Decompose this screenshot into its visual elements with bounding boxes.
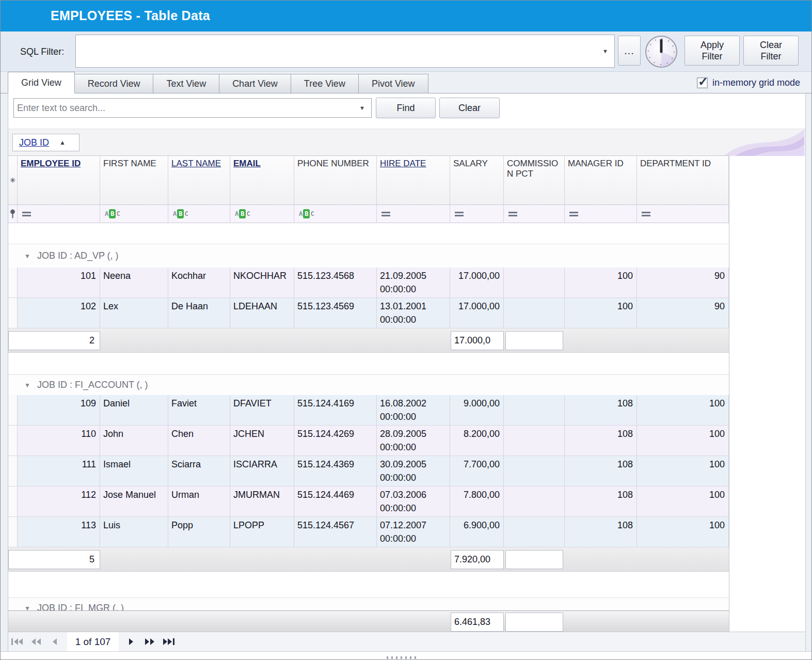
grid-cell[interactable]: 17.000,00 <box>450 268 504 297</box>
grid-cell[interactable]: 21.09.2005 00:00:00 <box>377 268 450 297</box>
grid-cell[interactable]: 100 <box>565 268 637 297</box>
filter-browse-button[interactable]: ... <box>618 36 641 66</box>
grid-cell[interactable]: 13.01.2001 00:00:00 <box>377 298 450 328</box>
tab-pivot-view[interactable]: Pivot View <box>358 74 428 93</box>
column-header-email[interactable]: EMAIL <box>230 156 294 205</box>
collapse-triangle-icon[interactable]: ▼ <box>24 605 30 611</box>
column-header-last-name[interactable]: LAST NAME <box>168 156 230 205</box>
group-row[interactable]: ▼JOB ID : FI_MGR (, ) <box>8 598 729 610</box>
filter-cell-last-name[interactable]: ABC <box>168 205 230 223</box>
grid-cell[interactable]: JCHEN <box>230 426 294 455</box>
grid-cell[interactable]: 30.09.2005 00:00:00 <box>377 456 450 486</box>
grid-cell[interactable]: DFAVIET <box>230 395 294 425</box>
grid-cell[interactable]: 9.000,00 <box>450 395 504 425</box>
grid-cell[interactable]: 111 <box>18 456 100 486</box>
filter-cell-department-id[interactable] <box>637 205 729 223</box>
filter-cell-phone-number[interactable]: ABC <box>294 205 377 223</box>
grid-cell[interactable]: Lex <box>100 298 168 328</box>
table-row[interactable]: 113LuisPoppLPOPP515.124.456707.12.2007 0… <box>8 517 729 547</box>
group-by-job-id-chip[interactable]: JOB ID ▲ <box>12 134 79 151</box>
grid-cell[interactable]: 16.08.2002 00:00:00 <box>377 395 450 425</box>
grid-cell[interactable]: 7.800,00 <box>450 486 504 516</box>
grid-cell[interactable]: Sciarra <box>168 456 230 486</box>
grid-cell[interactable] <box>504 426 565 455</box>
column-header-salary[interactable]: SALARY <box>450 156 504 205</box>
chevron-down-icon[interactable]: ▼ <box>602 48 608 54</box>
splitter-grip-icon[interactable] <box>387 656 419 659</box>
sql-filter-combo[interactable]: ▼ <box>75 35 615 68</box>
grid-cell[interactable]: 108 <box>565 517 637 547</box>
grid-cell[interactable]: 101 <box>18 268 100 297</box>
group-row[interactable]: ▼JOB ID : AD_VP (, ) <box>8 244 729 268</box>
grid-cell[interactable]: 07.03.2006 00:00:00 <box>377 486 450 516</box>
column-header-manager-id[interactable]: MANAGER ID <box>565 156 637 205</box>
grid-cell[interactable]: 102 <box>18 298 100 328</box>
grid-cell[interactable]: 100 <box>637 395 729 425</box>
table-row[interactable]: 111IsmaelSciarraISCIARRA515.124.436930.0… <box>8 456 729 486</box>
in-memory-checkbox[interactable]: ✓ <box>697 77 708 88</box>
chevron-down-icon[interactable]: ▼ <box>359 105 365 111</box>
grid-cell[interactable]: 100 <box>637 426 729 455</box>
grid-cell[interactable]: Daniel <box>100 395 168 425</box>
find-button[interactable]: Find <box>376 98 436 118</box>
table-row[interactable]: 112Jose ManuelUrmanJMURMAN515.124.446907… <box>8 486 729 517</box>
table-row[interactable]: 102LexDe HaanLDEHAAN515.123.456913.01.20… <box>8 298 729 328</box>
grid-cell[interactable]: 100 <box>637 517 729 547</box>
search-combo[interactable]: ▼ <box>13 98 372 118</box>
collapse-triangle-icon[interactable]: ▼ <box>24 382 30 389</box>
grid-cell[interactable]: 108 <box>565 426 637 455</box>
grid-cell[interactable]: John <box>100 426 168 455</box>
table-row[interactable]: 109DanielFavietDFAVIET515.124.416916.08.… <box>8 395 729 426</box>
nav-prev-button[interactable] <box>45 632 64 651</box>
grid-cell[interactable]: 7.700,00 <box>450 456 504 486</box>
nav-next-button[interactable] <box>122 632 140 651</box>
filter-cell-employee-id[interactable] <box>18 205 100 223</box>
search-clear-button[interactable]: Clear <box>439 98 500 118</box>
grid-cell[interactable]: 108 <box>565 456 637 486</box>
grid-cell[interactable] <box>504 395 565 425</box>
grid-cell[interactable]: Neena <box>100 268 168 297</box>
nav-last-button[interactable] <box>159 632 178 651</box>
grid-cell[interactable] <box>504 268 565 297</box>
grid-cell[interactable]: Luis <box>100 517 168 547</box>
grid-cell[interactable]: LPOPP <box>230 517 294 547</box>
grid-cell[interactable]: 100 <box>637 486 729 516</box>
table-row[interactable]: 101NeenaKochharNKOCHHAR515.123.456821.09… <box>8 268 729 298</box>
grid-cell[interactable]: 108 <box>565 486 637 516</box>
column-header-commission-pct[interactable]: COMMISSION PCT <box>504 156 565 205</box>
grid-cell[interactable]: 515.123.4568 <box>294 268 377 297</box>
clear-filter-button[interactable]: Clear Filter <box>743 36 799 66</box>
grid-cell[interactable]: Kochhar <box>168 268 230 297</box>
nav-next-page-button[interactable] <box>140 632 159 651</box>
grid-cell[interactable] <box>504 456 565 486</box>
tab-chart-view[interactable]: Chart View <box>219 74 291 93</box>
nav-prev-page-button[interactable] <box>27 632 45 651</box>
filter-cell-hire-date[interactable] <box>377 205 450 223</box>
grid-cell[interactable]: Popp <box>168 517 230 547</box>
filter-cell-manager-id[interactable] <box>565 205 637 223</box>
grid-cell[interactable]: 515.124.4269 <box>294 426 377 455</box>
grid-cell[interactable]: 110 <box>18 426 100 455</box>
grid-cell[interactable]: 28.09.2005 00:00:00 <box>377 426 450 455</box>
column-header-phone-number[interactable]: PHONE NUMBER <box>294 156 377 205</box>
apply-filter-button[interactable]: Apply Filter <box>684 36 740 66</box>
group-row[interactable]: ▼JOB ID : FI_ACCOUNT (, ) <box>8 374 729 395</box>
sql-filter-input[interactable] <box>78 37 589 65</box>
tab-record-view[interactable]: Record View <box>74 74 154 93</box>
grid-cell[interactable]: NKOCHHAR <box>230 268 294 297</box>
table-row[interactable]: 110JohnChenJCHEN515.124.426928.09.2005 0… <box>8 426 729 456</box>
grid-cell[interactable]: 17.000,00 <box>450 298 504 328</box>
search-input[interactable] <box>17 100 353 116</box>
grid-cell[interactable]: 515.124.4369 <box>294 456 377 486</box>
grid-cell[interactable]: ISCIARRA <box>230 456 294 486</box>
grid-cell[interactable]: 8.200,00 <box>450 426 504 455</box>
grid-cell[interactable] <box>504 298 565 328</box>
grid-cell[interactable]: LDEHAAN <box>230 298 294 328</box>
grid-cell[interactable]: Ismael <box>100 456 168 486</box>
grid-cell[interactable]: 113 <box>18 517 100 547</box>
filter-cell-email[interactable]: ABC <box>230 205 294 223</box>
grid-cell[interactable]: 515.123.4569 <box>294 298 377 328</box>
grid-cell[interactable]: 90 <box>637 298 729 328</box>
grid-cell[interactable]: Chen <box>168 426 230 455</box>
grid-cell[interactable]: 90 <box>637 268 729 297</box>
